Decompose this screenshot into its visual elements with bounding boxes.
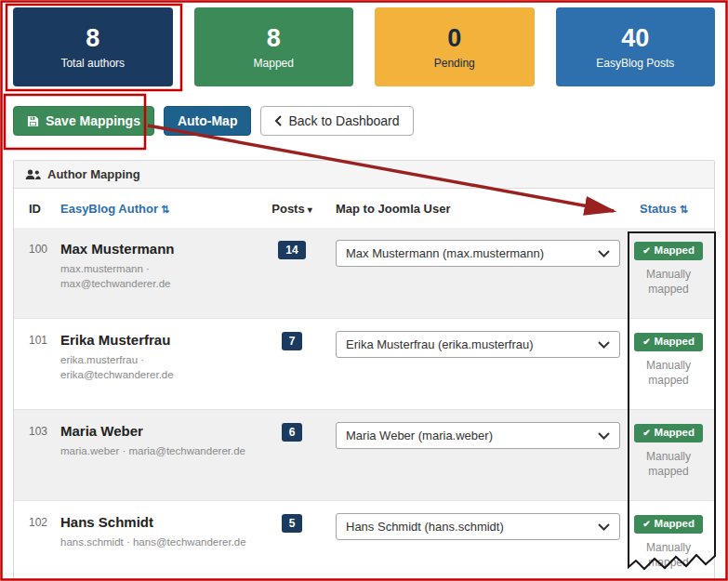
stat-label: Mapped: [254, 58, 294, 69]
col-map-to-joomla-user: Map to Joomla User: [323, 189, 629, 228]
status-cell: ✔MappedManually mapped: [629, 319, 714, 410]
table-body: 100Max Mustermannmax.mustermann ·max@tec…: [14, 228, 714, 581]
chevron-down-icon: [598, 432, 610, 440]
status-note: Manually mapped: [634, 358, 703, 388]
status-cell: ✔MappedManually mapped: [629, 228, 714, 319]
map-cell: Maria Weber (maria.weber): [323, 410, 629, 501]
col-status[interactable]: Status⇅: [629, 189, 714, 228]
posts-cell: 5: [261, 501, 323, 581]
stat-card-mapped: 8 Mapped: [194, 7, 354, 86]
back-to-dashboard-button[interactable]: Back to Dashboard: [260, 106, 413, 136]
status-badge: ✔Mapped: [634, 515, 703, 534]
col-posts-label: Posts: [271, 202, 304, 216]
chevron-down-icon: [598, 250, 610, 257]
posts-cell: 14: [261, 228, 323, 319]
chevron-down-icon: [598, 523, 610, 531]
table-row: 102Hans Schmidthans.schmidt · hans@techw…: [14, 501, 714, 581]
stat-value: 8: [86, 26, 99, 51]
stat-label: EasyBlog Posts: [596, 58, 674, 69]
author-cell: Hans Schmidthans.schmidt · hans@techwand…: [60, 501, 261, 581]
sort-icon: ⇅: [680, 204, 688, 215]
joomla-user-selected-value: Max Mustermann (max.mustermann): [346, 246, 544, 260]
author-id: 102: [14, 501, 60, 581]
auto-map-button[interactable]: Auto-Map: [164, 106, 252, 136]
status-cell: ✔MappedManually mapped: [629, 410, 714, 501]
status-note: Manually mapped: [634, 267, 703, 297]
author-meta: erika.musterfrau ·erika@techwanderer.de: [60, 352, 261, 382]
author-id: 103: [14, 410, 60, 501]
page: 8 Total authors 8 Mapped 0 Pending 40 Ea…: [0, 0, 728, 581]
status-note: Manually mapped: [634, 449, 703, 479]
save-mappings-label: Save Mappings: [46, 113, 140, 128]
col-easyblog-author-label: EasyBlog Author: [60, 202, 158, 216]
stat-label: Pending: [434, 58, 475, 69]
check-icon: ✔: [642, 245, 650, 256]
sort-icon: ⇅: [161, 204, 169, 215]
save-icon: [27, 115, 39, 127]
joomla-user-selected-value: Erika Musterfrau (erika.musterfrau): [346, 337, 534, 351]
stat-value: 0: [447, 26, 461, 51]
caret-down-icon: ▾: [308, 205, 312, 215]
stat-card-pending: 0 Pending: [375, 7, 535, 86]
save-mappings-button[interactable]: Save Mappings: [13, 106, 154, 136]
author-cell: Max Mustermannmax.mustermann ·max@techwa…: [60, 228, 261, 319]
joomla-user-select[interactable]: Hans Schmidt (hans.schmidt): [336, 513, 620, 540]
table-row: 103Maria Webermaria.weber · maria@techwa…: [14, 410, 714, 501]
check-icon: ✔: [642, 519, 650, 529]
author-meta: maria.weber · maria@techwanderer.de: [60, 443, 261, 458]
author-mapping-panel: Author Mapping ID EasyBlog Author⇅ Posts…: [13, 160, 715, 581]
status-badge: ✔Mapped: [634, 333, 703, 351]
author-id: 100: [14, 228, 60, 319]
author-meta: max.mustermann ·max@techwanderer.de: [60, 261, 261, 291]
col-id: ID: [14, 189, 60, 228]
auto-map-label: Auto-Map: [178, 113, 238, 128]
col-easyblog-author[interactable]: EasyBlog Author⇅: [60, 189, 261, 228]
joomla-user-selected-value: Hans Schmidt (hans.schmidt): [346, 520, 504, 534]
posts-count-badge: 14: [278, 241, 305, 259]
author-meta: hans.schmidt · hans@techwanderer.de: [60, 535, 261, 549]
author-mapping-table: ID EasyBlog Author⇅ Posts▾ Map to Joomla…: [14, 189, 714, 581]
stat-cards: 8 Total authors 8 Mapped 0 Pending 40 Ea…: [13, 7, 715, 86]
chevron-left-icon: [274, 115, 282, 126]
posts-count-badge: 7: [282, 332, 303, 350]
table-header-row: ID EasyBlog Author⇅ Posts▾ Map to Joomla…: [14, 189, 714, 228]
status-note: Manually mapped: [634, 540, 703, 570]
posts-cell: 6: [261, 410, 323, 501]
author-cell: Maria Webermaria.weber · maria@techwande…: [60, 410, 261, 501]
posts-cell: 7: [261, 319, 323, 410]
check-icon: ✔: [642, 337, 650, 347]
author-id: 101: [14, 319, 60, 410]
author-cell: Erika Musterfrauerika.musterfrau ·erika@…: [60, 319, 261, 410]
check-icon: ✔: [642, 428, 650, 438]
stat-value: 8: [267, 26, 281, 51]
author-name: Hans Schmidt: [60, 513, 261, 531]
joomla-user-select[interactable]: Maria Weber (maria.weber): [336, 422, 620, 449]
chevron-down-icon: [598, 341, 610, 349]
panel-header: Author Mapping: [14, 161, 714, 189]
table-row: 100Max Mustermannmax.mustermann ·max@tec…: [14, 228, 714, 319]
posts-count-badge: 5: [282, 514, 303, 533]
map-cell: Hans Schmidt (hans.schmidt): [323, 501, 629, 581]
col-status-label: Status: [640, 202, 677, 216]
stat-value: 40: [621, 26, 649, 51]
panel-title: Author Mapping: [47, 167, 140, 181]
map-cell: Erika Musterfrau (erika.musterfrau): [323, 319, 629, 410]
table-row: 101Erika Musterfrauerika.musterfrau ·eri…: [14, 319, 714, 410]
posts-count-badge: 6: [282, 423, 303, 442]
stat-label: Total authors: [60, 58, 125, 69]
stat-card-easyblog-posts: 40 EasyBlog Posts: [556, 7, 716, 86]
stat-card-total-authors: 8 Total authors: [13, 7, 173, 86]
status-badge: ✔Mapped: [634, 424, 703, 442]
joomla-user-select[interactable]: Erika Musterfrau (erika.musterfrau): [336, 331, 620, 358]
joomla-user-select[interactable]: Max Mustermann (max.mustermann): [336, 240, 620, 267]
author-name: Max Mustermann: [60, 240, 261, 257]
joomla-user-selected-value: Maria Weber (maria.weber): [346, 429, 493, 442]
back-to-dashboard-label: Back to Dashboard: [288, 113, 399, 128]
users-icon: [25, 169, 41, 180]
map-cell: Max Mustermann (max.mustermann): [323, 228, 629, 319]
status-cell: ✔MappedManually mapped: [629, 501, 714, 581]
toolbar: Save Mappings Auto-Map Back to Dashboard: [13, 106, 715, 136]
author-name: Erika Musterfrau: [60, 331, 261, 349]
col-posts[interactable]: Posts▾: [261, 189, 323, 228]
author-name: Maria Weber: [60, 422, 261, 440]
